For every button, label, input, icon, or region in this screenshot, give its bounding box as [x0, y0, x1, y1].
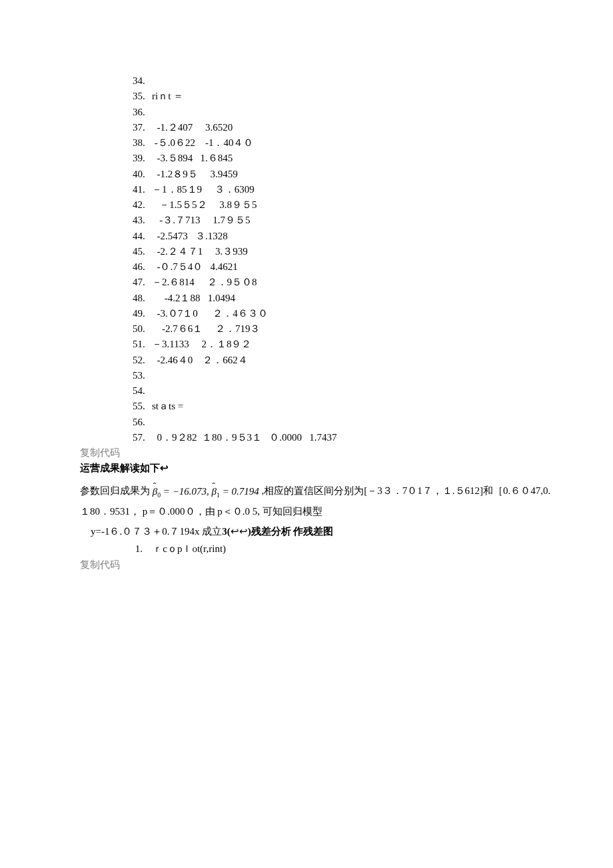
para3-prefix: y=-1６.０７３＋0.７194x 成立: [91, 526, 222, 537]
return-icon: ↩↩: [231, 526, 248, 537]
code-line: －3.1133 2．１8９２: [149, 337, 251, 352]
code-line: -2.46４0 ２．662４: [149, 353, 248, 368]
code-line: -3.０7１0 ２．4６３０: [149, 306, 268, 321]
list-number: 1.: [120, 541, 143, 557]
code-line: -1.2８9５ 3.9459: [149, 167, 238, 182]
result-heading: 运营成果解读如下: [80, 463, 160, 473]
code-line: -2.7６6１ ２．719３: [149, 321, 261, 337]
code-line: -1.２407 3.6520: [149, 120, 233, 135]
code-line: -３.７713 1.7９５5: [149, 213, 251, 228]
code-line: －1.5５5２ 3.8９５5: [149, 197, 257, 213]
regression-formula: ˆβ0 = −16.073, ˆβ1 = 0.7194: [153, 481, 259, 502]
code-line: －1．85１9 ３．6309: [149, 182, 255, 197]
code-line: －2.６814 ２．9５０8: [149, 275, 257, 290]
code-line: stａts =: [149, 399, 183, 414]
code-line: 0．9２82 １80．9５3１ ０.0000 1.7437: [149, 430, 337, 445]
copy-code-label: 复制代码: [80, 445, 580, 461]
code-line: -2.5473 ３.1328: [149, 229, 228, 244]
copy-code-label: 复制代码: [80, 557, 580, 573]
code-line: -2.２４７1 3.３939: [149, 244, 248, 259]
para2: １80．9531， p＝０.000０，由 p＜０.0 5, 可知回归模型: [80, 501, 580, 521]
code-line: -4.2１88 1.0494: [149, 291, 235, 306]
code-line: -3.５894 1.６845: [149, 151, 233, 166]
code-line: ｒcｏpｌot(r,rint): [143, 541, 226, 557]
para3-bold2: )残差分析 作残差图: [248, 526, 334, 537]
code-line: -５.0６22 -1．40４０: [149, 135, 254, 151]
return-icon: ↩: [160, 463, 169, 473]
code-line: riｎt ＝: [149, 89, 183, 104]
para1-suffix: ,相应的置信区间分别为[－3３．7０1７，１.５612]和［0.６０47,0.: [262, 485, 551, 496]
para3-bold: 3(: [222, 526, 231, 537]
code-line: -０.7５4０ 4.4621: [149, 259, 238, 275]
para1-prefix: 参数回归成果为: [80, 485, 153, 496]
